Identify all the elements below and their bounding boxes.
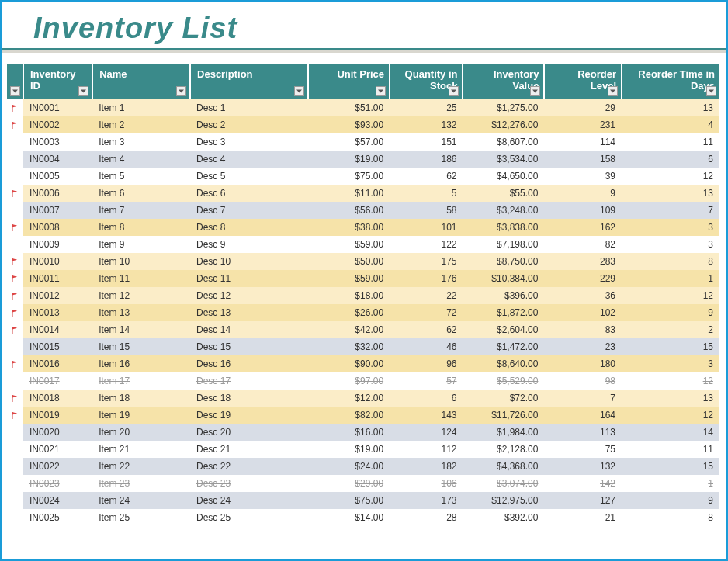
table-row[interactable]: IN0013Item 13Desc 13$26.0072$1,872.00102…	[7, 304, 719, 321]
table-row[interactable]: IN0019Item 19Desc 19$82.00143$11,726.001…	[7, 407, 719, 424]
table-row[interactable]: IN0014Item 14Desc 14$42.0062$2,604.00832	[7, 321, 719, 338]
cell-desc: Desc 8	[190, 219, 308, 236]
filter-dropdown-icon[interactable]	[530, 86, 540, 96]
flag-icon	[7, 411, 23, 420]
table-row[interactable]: IN0008Item 8Desc 8$38.00101$3,838.001623	[7, 219, 719, 236]
table-row[interactable]: IN0016Item 16Desc 16$90.0096$8,640.00180…	[7, 355, 719, 372]
cell-name: Item 24	[92, 492, 190, 509]
cell-days: 13	[622, 99, 719, 116]
cell-reorder: 36	[544, 287, 622, 304]
cell-id: IN0004	[23, 151, 92, 168]
cell-qty: 101	[390, 219, 463, 236]
table-row[interactable]: IN0001Item 1Desc 1$51.0025$1,275.002913	[7, 99, 719, 116]
table-row[interactable]: IN0025Item 25Desc 25$14.0028$392.00218	[7, 509, 719, 526]
flag-icon	[7, 326, 23, 334]
flag-cell	[7, 151, 23, 168]
cell-id: IN0025	[23, 509, 92, 526]
cell-reorder: 9	[544, 185, 622, 202]
cell-qty: 112	[390, 441, 463, 458]
cell-qty: 182	[390, 458, 463, 475]
table-row[interactable]: IN0023Item 23Desc 23$29.00106$3,074.0014…	[7, 475, 719, 492]
filter-dropdown-icon[interactable]	[608, 86, 618, 96]
flag-icon	[7, 360, 23, 369]
filter-dropdown-icon[interactable]	[294, 86, 304, 96]
cell-days: 7	[622, 202, 719, 219]
cell-reorder: 29	[544, 99, 622, 116]
cell-qty: 175	[390, 253, 463, 270]
cell-value: $2,128.00	[463, 441, 544, 458]
cell-desc: Desc 9	[190, 236, 308, 253]
cell-price: $16.00	[308, 424, 390, 441]
filter-dropdown-icon[interactable]	[176, 86, 186, 96]
filter-dropdown-icon[interactable]	[78, 86, 88, 96]
table-row[interactable]: IN0005Item 5Desc 5$75.0062$4,650.003912	[7, 168, 719, 185]
cell-days: 12	[622, 372, 719, 390]
filter-dropdown-icon[interactable]	[376, 86, 386, 96]
table-row[interactable]: IN0002Item 2Desc 2$93.00132$12,276.00231…	[7, 116, 719, 133]
cell-reorder: 113	[544, 424, 622, 441]
cell-days: 12	[622, 287, 719, 304]
cell-price: $18.00	[308, 287, 390, 304]
cell-reorder: 114	[544, 133, 622, 151]
inventory-sheet: Inventory List Inventory IDNameDescripti…	[0, 0, 728, 561]
cell-reorder: 98	[544, 372, 622, 390]
header-id: Inventory ID	[23, 64, 92, 99]
table-row[interactable]: IN0015Item 15Desc 15$32.0046$1,472.00231…	[7, 338, 719, 355]
table-row[interactable]: IN0022Item 22Desc 22$24.00182$4,368.0013…	[7, 458, 719, 475]
table-row[interactable]: IN0006Item 6Desc 6$11.005$55.00913	[7, 185, 719, 202]
cell-value: $4,650.00	[463, 168, 544, 185]
cell-days: 12	[622, 168, 719, 185]
cell-price: $59.00	[308, 270, 390, 287]
cell-desc: Desc 12	[190, 287, 308, 304]
filter-dropdown-icon[interactable]	[706, 86, 716, 96]
flag-cell	[7, 219, 23, 236]
table-row[interactable]: IN0010Item 10Desc 10$50.00175$8,750.0028…	[7, 253, 719, 270]
cell-reorder: 164	[544, 407, 622, 424]
cell-days: 11	[622, 133, 719, 151]
table-row[interactable]: IN0021Item 21Desc 21$19.00112$2,128.0075…	[7, 441, 719, 458]
flag-cell	[7, 355, 23, 372]
table-row[interactable]: IN0009Item 9Desc 9$59.00122$7,198.00823	[7, 236, 719, 253]
header-days: Reorder Time in Days	[622, 64, 719, 99]
cell-price: $75.00	[308, 168, 390, 185]
table-row[interactable]: IN0020Item 20Desc 20$16.00124$1,984.0011…	[7, 424, 719, 441]
cell-reorder: 83	[544, 321, 622, 338]
cell-price: $50.00	[308, 253, 390, 270]
cell-value: $72.00	[463, 390, 544, 407]
flag-cell	[7, 492, 23, 509]
filter-dropdown-icon[interactable]	[449, 86, 459, 96]
table-row[interactable]: IN0017Item 17Desc 17$97.0057$5,529.00981…	[7, 372, 719, 390]
cell-name: Item 14	[92, 321, 190, 338]
cell-desc: Desc 13	[190, 304, 308, 321]
table-row[interactable]: IN0018Item 18Desc 18$12.006$72.00713	[7, 390, 719, 407]
cell-days: 13	[622, 185, 719, 202]
cell-value: $1,472.00	[463, 338, 544, 355]
cell-qty: 96	[390, 355, 463, 372]
flag-icon	[7, 258, 23, 266]
header-row: Inventory IDNameDescriptionUnit PriceQua…	[7, 64, 719, 99]
cell-value: $5,529.00	[463, 372, 544, 390]
cell-price: $19.00	[308, 441, 390, 458]
flag-icon	[7, 275, 23, 283]
table-row[interactable]: IN0011Item 11Desc 11$59.00176$10,384.002…	[7, 270, 719, 287]
cell-qty: 62	[390, 168, 463, 185]
cell-name: Item 9	[92, 236, 190, 253]
cell-qty: 151	[390, 133, 463, 151]
cell-name: Item 1	[92, 99, 190, 116]
table-row[interactable]: IN0012Item 12Desc 12$18.0022$396.003612	[7, 287, 719, 304]
cell-days: 9	[622, 492, 719, 509]
table-row[interactable]: IN0004Item 4Desc 4$19.00186$3,534.001586	[7, 151, 719, 168]
header-desc: Description	[190, 64, 308, 99]
cell-price: $93.00	[308, 116, 390, 133]
table-row[interactable]: IN0007Item 7Desc 7$56.0058$3,248.001097	[7, 202, 719, 219]
cell-id: IN0021	[23, 441, 92, 458]
filter-dropdown-icon[interactable]	[10, 86, 20, 96]
cell-desc: Desc 1	[190, 99, 308, 116]
table-row[interactable]: IN0024Item 24Desc 24$75.00173$12,975.001…	[7, 492, 719, 509]
cell-reorder: 142	[544, 475, 622, 492]
inventory-table: Inventory IDNameDescriptionUnit PriceQua…	[7, 64, 719, 526]
cell-price: $32.00	[308, 338, 390, 355]
cell-qty: 173	[390, 492, 463, 509]
table-row[interactable]: IN0003Item 3Desc 3$57.00151$8,607.001141…	[7, 133, 719, 151]
cell-qty: 122	[390, 236, 463, 253]
